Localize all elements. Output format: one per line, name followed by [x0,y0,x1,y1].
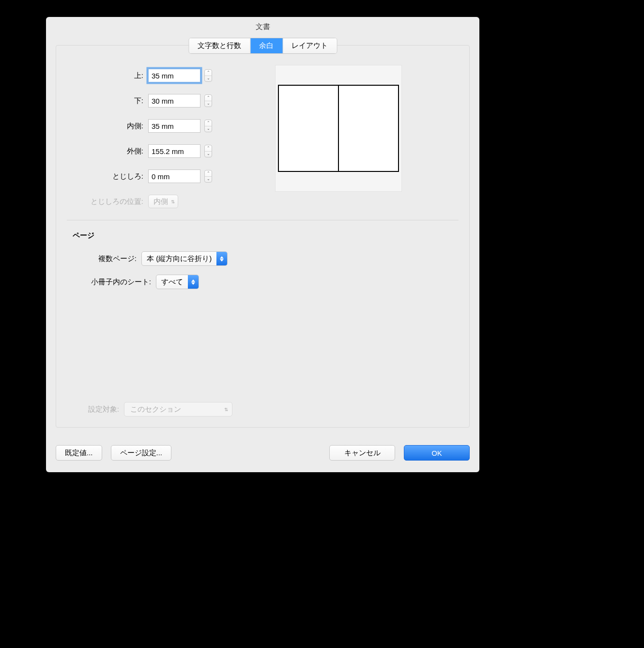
stepper-margin-outer[interactable]: ⌃ ⌄ [204,145,212,157]
select-gutter-position: 内側 ⇅ [148,195,178,208]
preview-right-page [339,86,398,171]
chevron-down-icon: ⌄ [205,126,212,132]
stepper-margin-top[interactable]: ⌃ ⌄ [204,69,212,82]
select-booklet-sheets-value: すべて [156,278,188,287]
label-apply-to: 設定対象: [56,405,124,414]
updown-icon: ⇅ [171,199,175,204]
input-margin-bottom[interactable] [148,94,200,108]
chevron-down-icon: ⌄ [205,76,212,82]
window-title: 文書 [256,22,270,31]
divider [67,220,459,220]
page-setup-button[interactable]: ページ設定... [111,445,172,461]
section-pages-heading: ページ [73,231,469,240]
select-apply-to-value: このセクション [130,405,181,414]
preview-left-page [279,86,339,171]
label-multiple-pages: 複数ページ: [56,254,141,263]
input-margin-top[interactable] [148,69,200,82]
dialog-button-bar: 既定値... ページ設定... キャンセル OK [56,445,470,461]
chevron-down-icon: ⌄ [205,152,212,157]
input-margin-outer[interactable] [148,144,200,158]
label-booklet-sheets: 小冊子内のシート: [56,278,156,287]
input-margin-inner[interactable] [148,119,200,133]
window-titlebar: 文書 [46,17,479,37]
preview-spread [278,85,399,172]
updown-icon [188,275,199,289]
select-multiple-pages[interactable]: 本 (縦方向に谷折り) [141,251,228,266]
chevron-up-icon: ⌃ [205,145,212,152]
chevron-down-icon: ⌄ [205,101,212,107]
stepper-margin-inner[interactable]: ⌃ ⌄ [204,120,212,132]
dialog-content: 文字数と行数 余白 レイアウト 上: ⌃ ⌄ 下: [56,45,470,428]
ok-button[interactable]: OK [404,445,470,461]
default-button[interactable]: 既定値... [56,445,102,461]
chevron-up-icon: ⌃ [205,70,212,76]
chevron-up-icon: ⌃ [205,120,212,126]
updown-icon: ⇅ [224,407,228,412]
label-margin-top: 上: [67,71,148,80]
chevron-down-icon: ⌄ [205,177,212,183]
select-booklet-sheets[interactable]: すべて [156,275,199,289]
cancel-button[interactable]: キャンセル [329,445,395,461]
tab-layout[interactable]: レイアウト [283,38,337,53]
label-gutter: とじしろ: [67,172,148,181]
select-apply-to: このセクション ⇅ [124,402,232,417]
margin-preview [275,65,402,192]
updown-icon [216,252,227,265]
label-margin-bottom: 下: [67,96,148,106]
document-dialog: 文書 文字数と行数 余白 レイアウト 上: ⌃ ⌄ [46,17,479,472]
label-gutter-position: とじしろの位置: [67,197,148,206]
stepper-margin-bottom[interactable]: ⌃ ⌄ [204,94,212,107]
label-margin-inner: 内側: [67,122,148,131]
tab-margins[interactable]: 余白 [250,38,283,53]
chevron-up-icon: ⌃ [205,170,212,177]
stepper-gutter[interactable]: ⌃ ⌄ [204,170,212,183]
label-margin-outer: 外側: [67,147,148,156]
select-gutter-position-value: 内側 [153,197,168,206]
tab-text-grid[interactable]: 文字数と行数 [189,38,250,53]
chevron-up-icon: ⌃ [205,95,212,101]
select-multiple-pages-value: 本 (縦方向に谷折り) [142,254,216,263]
tab-bar: 文字数と行数 余白 レイアウト [188,38,337,54]
input-gutter[interactable] [148,170,200,183]
